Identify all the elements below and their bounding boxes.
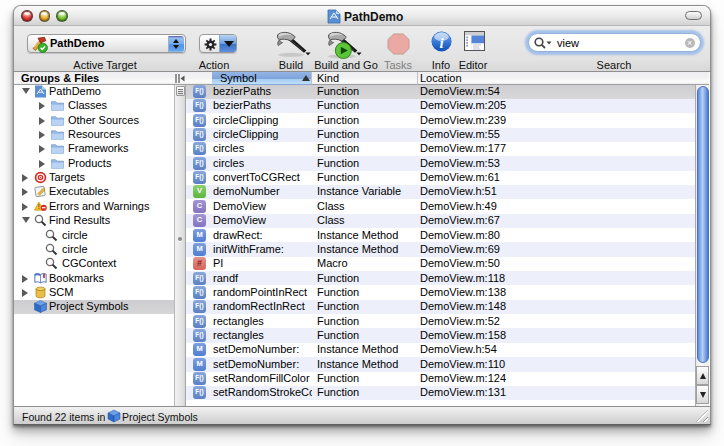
svg-text:!: ! [38,203,40,210]
